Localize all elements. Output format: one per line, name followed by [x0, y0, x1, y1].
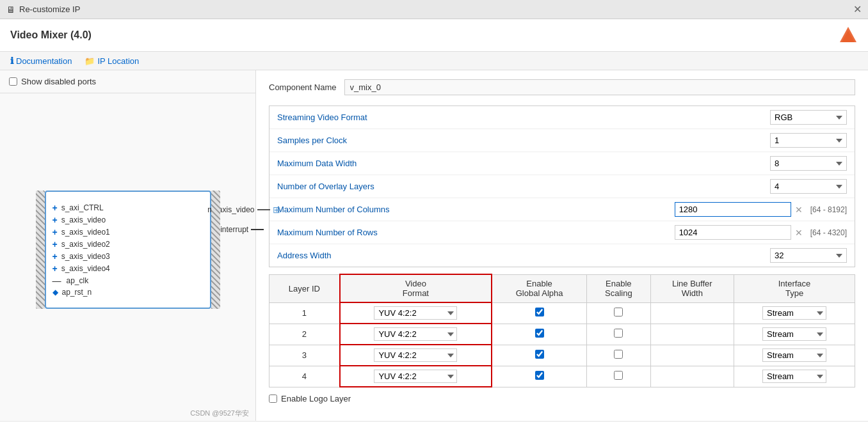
cell-global-alpha-4[interactable]	[492, 366, 587, 387]
cell-video-format-2: YUV 4:2:2	[340, 324, 492, 345]
info-icon: ℹ	[10, 56, 13, 66]
setting-control-address-width: 32	[770, 248, 847, 263]
scaling-checkbox-2[interactable]	[614, 329, 623, 338]
show-disabled-ports-checkbox[interactable]	[9, 77, 17, 86]
grid-icon: ⊞	[273, 205, 280, 215]
scaling-checkbox-3[interactable]	[614, 350, 623, 359]
setting-control-maximum-number-of-columns: ✕ [64 - 8192]	[675, 202, 847, 217]
enable-logo-layer-label: Enable Logo Layer	[281, 394, 351, 403]
maximum-data-width-select[interactable]: 8	[770, 156, 847, 171]
interface-type-select-4[interactable]: Stream	[762, 370, 826, 383]
cell-scaling-3[interactable]	[587, 345, 650, 366]
scaling-checkbox-4[interactable]	[614, 371, 623, 380]
setting-label-maximum-number-of-rows: Maximum Number of Rows	[277, 228, 675, 237]
setting-maximum-number-of-columns: Maximum Number of Columns ✕ [64 - 8192]	[269, 198, 855, 221]
col-header-line-buffer-width: Line BufferWidth	[650, 274, 734, 302]
col-header-video-format: VideoFormat	[340, 274, 492, 302]
global-alpha-checkbox-4[interactable]	[535, 371, 544, 380]
cell-global-alpha-1[interactable]	[492, 302, 587, 324]
right-panel: Component Name Streaming Video Format RG…	[256, 70, 868, 421]
cell-layer-id-4: 4	[269, 366, 340, 387]
cell-video-format-1: YUV 4:2:2	[340, 302, 492, 324]
setting-label-address-width: Address Width	[277, 251, 770, 260]
port-s-axis-video2: + s_axis_video2	[52, 239, 197, 249]
cell-scaling-1[interactable]	[587, 302, 650, 324]
cell-global-alpha-2[interactable]	[492, 324, 587, 345]
video-format-select-4[interactable]: YUV 4:2:2	[374, 370, 457, 383]
left-top: Show disabled ports	[0, 70, 255, 93]
component-name-label: Component Name	[269, 82, 337, 92]
enable-logo-layer-row: Enable Logo Layer	[269, 394, 855, 403]
close-button[interactable]: ✕	[853, 3, 862, 15]
setting-label-maximum-number-of-columns: Maximum Number of Columns	[277, 205, 675, 214]
columns-clear-button[interactable]: ✕	[795, 205, 803, 215]
interface-type-select-1[interactable]: Stream	[762, 306, 826, 320]
layer-table: Layer ID VideoFormat EnableGlobal Alpha …	[269, 274, 855, 387]
global-alpha-checkbox-3[interactable]	[535, 350, 544, 359]
main-title: Video Mixer (4.0)	[10, 29, 92, 41]
samples-per-clock-select[interactable]: 1	[770, 133, 847, 148]
setting-control-number-of-overlay-layers: 4	[770, 179, 847, 194]
xilinx-logo-icon	[839, 26, 858, 45]
scaling-checkbox-1[interactable]	[614, 308, 623, 316]
title-bar-label: Re-customize IP	[19, 4, 80, 14]
title-bar-text: 🖥 Re-customize IP	[6, 4, 80, 15]
left-ports: + s_axi_CTRL + s_axis_video + s_axis_vid…	[52, 203, 197, 297]
global-alpha-checkbox-2[interactable]	[535, 329, 544, 338]
col-header-interface-type: InterfaceType	[734, 274, 855, 302]
cell-line-buffer-2	[650, 324, 734, 345]
port-s-axis-video4: + s_axis_video4	[52, 263, 197, 274]
settings-box: Streaming Video Format RGB Samples per C…	[269, 106, 855, 267]
global-alpha-checkbox-1[interactable]	[535, 308, 544, 316]
setting-label-maximum-data-width: Maximum Data Width	[277, 159, 770, 168]
component-diagram: + s_axi_CTRL + s_axis_video + s_axis_vid…	[45, 191, 211, 309]
cell-scaling-4[interactable]	[587, 366, 650, 387]
setting-control-maximum-data-width: 8	[770, 156, 847, 171]
address-width-select[interactable]: 32	[770, 248, 847, 263]
maximum-number-of-columns-input[interactable]	[675, 202, 791, 217]
table-row: 1 YUV 4:2:2 Stream	[269, 302, 855, 324]
rows-clear-button[interactable]: ✕	[795, 228, 803, 238]
video-format-select-2[interactable]: YUV 4:2:2	[374, 327, 457, 341]
table-row: 4 YUV 4:2:2 Stream	[269, 366, 855, 387]
setting-control-maximum-number-of-rows: ✕ [64 - 4320]	[675, 225, 847, 240]
ip-location-label: IP Location	[97, 56, 139, 66]
cell-video-format-4: YUV 4:2:2	[340, 366, 492, 387]
show-disabled-ports-row[interactable]: Show disabled ports	[9, 77, 246, 86]
component-name-input[interactable]	[344, 79, 856, 95]
table-header-row: Layer ID VideoFormat EnableGlobal Alpha …	[269, 274, 855, 302]
ip-location-link[interactable]: 📁 IP Location	[84, 56, 139, 66]
setting-maximum-number-of-rows: Maximum Number of Rows ✕ [64 - 4320]	[269, 221, 855, 244]
port-ap-rst-n: ◆ ap_rst_n	[52, 288, 197, 297]
video-format-select-1[interactable]: YUV 4:2:2	[374, 306, 457, 320]
cell-layer-id-1: 1	[269, 302, 340, 324]
diagram-area: + s_axi_CTRL + s_axis_video + s_axis_vid…	[0, 93, 255, 406]
documentation-label: Documentation	[16, 56, 72, 66]
cell-video-format-3: YUV 4:2:2	[340, 345, 492, 366]
setting-address-width: Address Width 32	[269, 244, 855, 267]
col-header-enable-scaling: EnableScaling	[587, 274, 650, 302]
setting-maximum-data-width: Maximum Data Width 8	[269, 152, 855, 175]
enable-logo-layer-checkbox[interactable]	[269, 395, 277, 403]
interface-type-select-3[interactable]: Stream	[762, 348, 826, 362]
cell-global-alpha-3[interactable]	[492, 345, 587, 366]
cell-interface-type-3: Stream	[734, 345, 855, 366]
setting-number-of-overlay-layers: Number of Overlay Layers 4	[269, 175, 855, 198]
number-of-overlay-layers-select[interactable]: 4	[770, 179, 847, 194]
cell-scaling-2[interactable]	[587, 324, 650, 345]
cell-layer-id-2: 2	[269, 324, 340, 345]
video-format-select-3[interactable]: YUV 4:2:2	[374, 348, 457, 362]
setting-label-samples-per-clock: Samples per Clock	[277, 136, 770, 145]
port-s-axis-video1: + s_axis_video1	[52, 227, 197, 237]
documentation-link[interactable]: ℹ Documentation	[10, 56, 72, 66]
port-s-axi-ctrl: + s_axi_CTRL	[52, 203, 197, 213]
setting-label-number-of-overlay-layers: Number of Overlay Layers	[277, 182, 770, 191]
streaming-video-format-select[interactable]: RGB	[770, 110, 847, 125]
port-ap-clk: — ap_clk	[52, 276, 197, 286]
cell-interface-type-1: Stream	[734, 302, 855, 324]
striped-left	[36, 191, 45, 309]
maximum-number-of-rows-input[interactable]	[675, 225, 791, 240]
striped-right	[211, 191, 220, 309]
interface-type-select-2[interactable]: Stream	[762, 327, 826, 341]
connector	[257, 209, 270, 210]
